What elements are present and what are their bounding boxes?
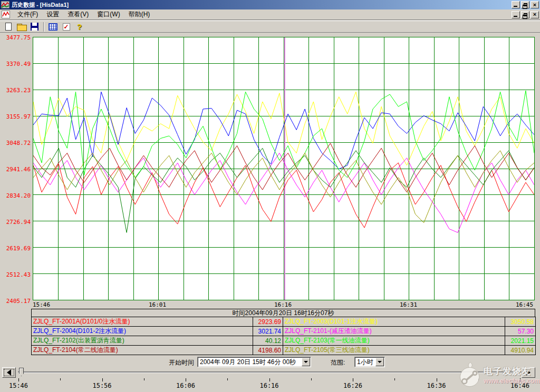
x-tick-label: 16:01 [149, 301, 166, 308]
new-document-icon [5, 23, 12, 31]
legend-series-value: 4198.60 [253, 346, 283, 355]
save-button[interactable] [28, 22, 41, 32]
toolbar: ✓ ? [0, 21, 540, 33]
time-tick-major [353, 378, 353, 381]
app-icon [1, 1, 9, 8]
save-floppy-icon [31, 23, 38, 31]
x-tick-label: 16:31 [400, 301, 417, 308]
time-tick-minor [478, 378, 479, 380]
annotate-button[interactable]: ✓ [60, 22, 72, 32]
legend-series-name: ZJLQ_FT-2105(常三线油流量) [283, 346, 505, 355]
checkbox-icon: ✓ [63, 23, 70, 31]
menu-help[interactable]: 帮助(H) [124, 9, 155, 20]
start-time-dropdown-button[interactable] [302, 358, 310, 366]
legend-row: ZJLQ_FT-2102(出装置沥青流量)40.12ZJLQ_FT-2103(常… [32, 336, 536, 346]
title-bar: 历史数据 - [HisData1] × [0, 0, 540, 9]
legend-row: ZJLQ_FT-2004(D101-2注水流量)3021.74ZJLQ_FT-2… [32, 327, 536, 336]
toolbar-separator [43, 22, 44, 32]
range-combobox[interactable]: 1小时 [354, 357, 385, 367]
legend-series-value: 3050.58 [505, 317, 536, 327]
legend-table: ZJLQ_FT-2001A(D101/0注水流量)2923.69ZJLQ_FT-… [31, 317, 536, 355]
legend-series-name: ZJLQ_FT-2102(出装置沥青流量) [32, 336, 253, 346]
menu-bar: 文件(F) 设置 查看(V) 窗口(W) 帮助(H) × [0, 9, 540, 20]
time-tick-major [437, 378, 437, 381]
menu-view[interactable]: 查看(V) [63, 9, 93, 20]
start-time-value: 2004年 09月 20日 15时 46分 00秒 [198, 358, 302, 367]
time-tick-minor [227, 378, 228, 380]
scrollbar-track[interactable] [18, 371, 534, 373]
y-tick-label: 3263.23 [0, 87, 31, 94]
y-tick-label: 2619.69 [0, 246, 31, 252]
menu-window[interactable]: 窗口(W) [93, 9, 124, 20]
time-tick-label: 16:26 [341, 382, 364, 389]
minimize-button[interactable] [512, 1, 520, 8]
time-tick-major [102, 378, 103, 381]
chart-region: 3477.753370.493263.233155.973048.722941.… [0, 33, 540, 308]
app-window: { "window": { "title": "历史数据 - [HisData1… [0, 0, 540, 392]
child-close-button[interactable]: × [531, 11, 539, 18]
y-tick-label: 2726.94 [0, 219, 31, 226]
cursor-time-header: 时间2004年09月20日 16时16分07秒 [31, 309, 535, 317]
trend-chart [33, 37, 534, 300]
scroll-right-button[interactable] [522, 367, 535, 378]
legend-series-value: 40.12 [253, 336, 283, 346]
scrollbar-thumb[interactable] [19, 368, 24, 376]
arrow-left-icon [7, 369, 11, 376]
data-table-icon [49, 23, 57, 31]
child-restore-button[interactable] [521, 11, 529, 18]
close-button[interactable]: × [531, 1, 539, 8]
time-tick-label: 15:56 [91, 382, 114, 389]
y-tick-label: 3370.49 [0, 61, 31, 67]
arrow-right-icon [526, 369, 531, 376]
legend-series-name: ZJLQ_FT-2003(D101-1注水流量) [283, 317, 505, 327]
time-tick-label: 16:16 [258, 382, 281, 389]
time-tick-minor [144, 378, 144, 380]
time-tick-major [18, 378, 19, 381]
time-scrollbar [0, 367, 540, 378]
time-tick-major [269, 378, 270, 381]
child-minimize-button[interactable] [512, 11, 520, 18]
legend-series-name: ZJLQ_FT-2104(常二线油流量) [32, 346, 253, 355]
chevron-down-icon [304, 361, 308, 363]
plot-area[interactable] [33, 37, 535, 300]
y-tick-label: 2941.46 [0, 166, 31, 173]
y-tick-label: 3477.75 [0, 35, 31, 41]
controls-row: 开始时间 2004年 09月 20日 15时 46分 00秒 范围: 1小时 [0, 356, 540, 368]
menu-settings[interactable]: 设置 [42, 9, 63, 20]
x-tick-label: 15:46 [33, 301, 50, 308]
legend-row: ZJLQ_FT-2001A(D101/0注水流量)2923.69ZJLQ_FT-… [32, 317, 536, 327]
legend-series-name: ZJLQ_FT-2001A(D101/0注水流量) [32, 317, 253, 327]
menu-file[interactable]: 文件(F) [13, 9, 42, 20]
legend-series-value: 3021.74 [253, 327, 283, 336]
time-tick-label: 15:46 [7, 382, 30, 389]
start-time-label: 开始时间 [169, 358, 194, 367]
time-tick-label: 16:36 [425, 382, 448, 389]
legend-series-name: ZJLQ_FT-2101-(减压渣油流量) [283, 327, 505, 336]
range-label: 范围: [331, 358, 345, 367]
range-dropdown-button[interactable] [375, 358, 384, 366]
legend-series-value: 2923.69 [253, 317, 283, 327]
start-time-combobox[interactable]: 2004年 09月 20日 15时 46分 00秒 [197, 357, 311, 367]
open-button[interactable] [15, 22, 27, 32]
time-tick-minor [394, 378, 395, 380]
time-tick-label: 16:06 [174, 382, 197, 389]
help-button[interactable]: ? [73, 22, 85, 32]
chevron-down-icon [378, 361, 382, 363]
y-tick-label: 2834.20 [0, 193, 31, 199]
help-icon: ? [77, 22, 82, 31]
time-tick-minor [60, 378, 61, 380]
document-icon [2, 11, 10, 18]
legend-series-value: 57.30 [505, 327, 536, 336]
time-tick-major [520, 378, 520, 381]
table-view-button[interactable] [47, 22, 59, 32]
legend-series-value: 4910.94 [505, 346, 536, 355]
x-tick-label: 16:16 [274, 301, 292, 308]
scroll-left-button[interactable] [2, 367, 16, 378]
legend-series-name: ZJLQ_FT-2103(常一线油流量) [283, 336, 505, 346]
bottom-time-axis: 15:4615:5616:0616:1616:2616:3616:46 [0, 378, 540, 392]
y-tick-label: 2512.43 [0, 272, 31, 278]
restore-button[interactable] [521, 1, 529, 8]
y-tick-label: 3155.97 [0, 114, 31, 120]
new-button[interactable] [2, 22, 14, 32]
time-tick-major [186, 378, 186, 381]
